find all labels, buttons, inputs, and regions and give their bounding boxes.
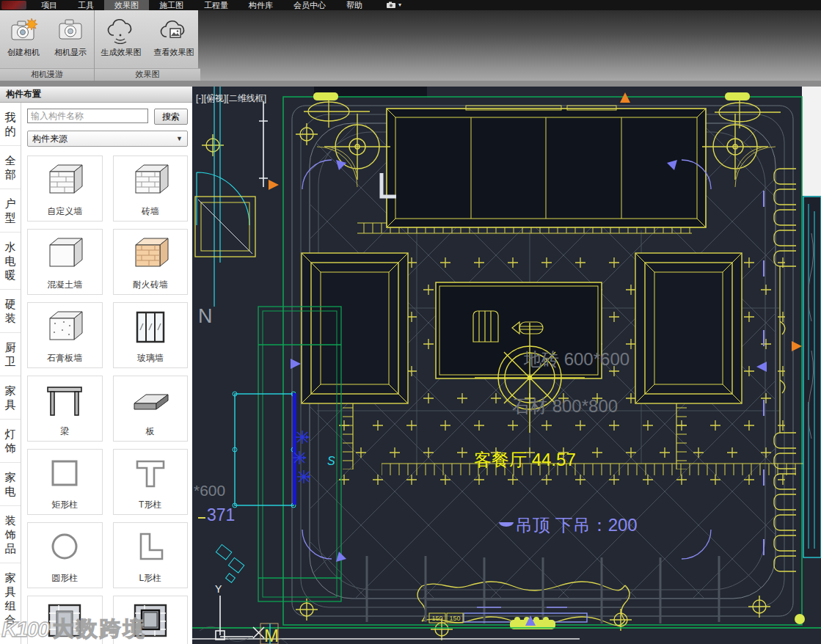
dim-600-label: *600 xyxy=(194,482,225,499)
top-right-blank xyxy=(802,87,821,196)
menu-item-library[interactable]: 构件库 xyxy=(238,0,283,10)
category-all[interactable]: 全部 xyxy=(0,145,21,189)
category-appliance[interactable]: 家电 xyxy=(0,462,21,505)
l-column-icon xyxy=(130,530,171,566)
camera-display-button[interactable]: 相机显示 xyxy=(47,15,94,59)
top-cabinet xyxy=(387,109,706,227)
ribbon-group-render: 生成效果图 查看效果图 效果图 xyxy=(95,10,200,81)
generate-render-label: 生成效果图 xyxy=(101,47,142,58)
viewport-label: [-][俯视][二维线框] xyxy=(196,93,266,103)
category-mep[interactable]: 水电暖 xyxy=(0,232,21,289)
component-glass-wall[interactable]: 玻璃墙 xyxy=(113,302,189,368)
brick-wall-icon xyxy=(130,163,171,200)
coffer-left xyxy=(302,253,408,403)
stone-label: 石材 800*800 xyxy=(512,396,618,416)
menu-item-member[interactable]: 会员中心 xyxy=(283,0,336,10)
camera-display-label: 相机显示 xyxy=(54,47,87,58)
component-label: 梁 xyxy=(60,425,69,438)
category-furniture[interactable]: 家具 xyxy=(0,376,21,419)
component-custom-wall[interactable]: 自定义墙 xyxy=(27,155,103,222)
camera-new-icon xyxy=(9,16,38,44)
view-render-label: 查看效果图 xyxy=(154,47,194,58)
component-circle-column[interactable]: 圆形柱 xyxy=(27,522,103,588)
rect-column-icon xyxy=(44,456,85,493)
cloud-generate-icon xyxy=(105,16,137,44)
cad-viewport[interactable]: 150 150 xyxy=(192,87,821,644)
menu-item-tools[interactable]: 工具 xyxy=(67,0,104,10)
component-label: 自定义墙 xyxy=(47,205,82,218)
category-cloud-library[interactable]: 云构件库 xyxy=(0,634,21,644)
menu-item-quantity[interactable]: 工程量 xyxy=(194,0,238,10)
menu-item-render[interactable]: 效果图 xyxy=(104,0,149,10)
component-gypsum-wall[interactable]: 石膏板墙 xyxy=(27,302,103,368)
chevron-down-icon: ▼ xyxy=(176,135,183,142)
svg-text:150: 150 xyxy=(431,615,442,622)
palette-content: 搜索 构件来源 ▼ 自定义墙 xyxy=(21,103,192,644)
menu-bar: 项目 工具 效果图 施工图 工程量 构件库 会员中心 帮助 ▾ xyxy=(0,0,821,10)
category-kitchen-bath[interactable]: 厨卫 xyxy=(0,332,21,376)
wall-hole-icon xyxy=(44,603,85,640)
side-elevation-panel xyxy=(803,197,821,557)
category-mine[interactable]: 我的 xyxy=(0,103,21,145)
component-t-column[interactable]: T形柱 xyxy=(113,449,189,515)
component-beam[interactable]: 梁 xyxy=(27,376,103,442)
component-niche[interactable]: 壁龛 xyxy=(113,596,189,644)
component-label: 混凝土墙 xyxy=(47,279,82,291)
m-letter: M xyxy=(264,626,279,644)
menu-item-help[interactable]: 帮助 xyxy=(336,0,373,10)
component-label: 耐火砖墙 xyxy=(133,279,168,291)
svg-text:150: 150 xyxy=(449,615,460,622)
component-source-dropdown[interactable]: 构件来源 ▼ xyxy=(27,131,188,147)
search-button[interactable]: 搜索 xyxy=(154,109,188,125)
north-letter: N xyxy=(198,305,213,327)
ribbon-panel: 创建相机 相机显示 相机漫游 xyxy=(0,10,198,81)
category-decor[interactable]: 装饰品 xyxy=(0,505,21,563)
gypsum-wall-icon xyxy=(44,310,85,346)
s-letter: S xyxy=(327,455,335,467)
room-label: 客餐厅 44.57 xyxy=(474,450,576,469)
ribbon-group-render-label: 效果图 xyxy=(95,68,200,81)
palette-title: 构件布置 xyxy=(0,87,192,103)
component-label: 板 xyxy=(146,425,155,438)
component-label: 圆形柱 xyxy=(51,572,78,585)
app-logo xyxy=(1,1,26,10)
generate-render-button[interactable]: 生成效果图 xyxy=(95,15,147,59)
component-rect-column[interactable]: 矩形柱 xyxy=(27,449,103,515)
component-grid: 自定义墙 砖墙 混 xyxy=(27,155,188,644)
component-l-column[interactable]: L形柱 xyxy=(113,522,189,588)
component-label: L形柱 xyxy=(139,572,161,585)
create-camera-button[interactable]: 创建相机 xyxy=(0,15,47,59)
component-label: 矩形柱 xyxy=(51,499,78,511)
circle-column-icon xyxy=(44,530,85,566)
component-firebrick-wall[interactable]: 耐火砖墙 xyxy=(113,229,189,295)
component-label: 石膏板墙 xyxy=(47,352,82,365)
ribbon-group-camera: 创建相机 相机显示 相机漫游 xyxy=(0,10,95,81)
niche-icon xyxy=(130,603,171,640)
component-wall-hole[interactable]: 墙洞 xyxy=(27,596,103,644)
dropdown-arrow-icon: ▾ xyxy=(398,0,401,10)
firebrick-wall-icon xyxy=(130,236,171,273)
category-lighting[interactable]: 灯饰 xyxy=(0,419,21,462)
highlight-dot xyxy=(795,614,805,624)
menu-item-project[interactable]: 项目 xyxy=(31,0,67,10)
custom-wall-icon xyxy=(44,163,85,200)
slab-icon xyxy=(130,383,171,420)
component-brick-wall[interactable]: 砖墙 xyxy=(113,155,189,222)
source-dropdown-value: 构件来源 xyxy=(32,133,67,145)
t-column-icon xyxy=(130,456,171,493)
component-concrete-wall[interactable]: 混凝土墙 xyxy=(27,229,103,295)
component-search-input[interactable] xyxy=(27,109,148,123)
category-layout[interactable]: 户型 xyxy=(0,189,21,232)
camera-menu-button[interactable]: ▾ xyxy=(386,0,401,10)
category-hardscape[interactable]: 硬装 xyxy=(0,289,21,332)
component-palette: 构件布置 我的 全部 户型 水电暖 硬装 厨卫 家具 灯饰 家电 装饰品 家具组… xyxy=(0,87,192,644)
view-render-button[interactable]: 查看效果图 xyxy=(147,15,200,59)
dim-371-label: 371 xyxy=(207,505,235,524)
category-rail: 我的 全部 户型 水电暖 硬装 厨卫 家具 灯饰 家电 装饰品 家具组合 云构件… xyxy=(0,103,21,644)
coffer-right xyxy=(635,253,742,403)
component-label: 玻璃墙 xyxy=(137,352,164,365)
category-furniture-set[interactable]: 家具组合 xyxy=(0,563,21,634)
menu-item-construction[interactable]: 施工图 xyxy=(149,0,194,10)
component-slab[interactable]: 板 xyxy=(113,376,189,442)
glass-wall-icon xyxy=(130,310,171,346)
